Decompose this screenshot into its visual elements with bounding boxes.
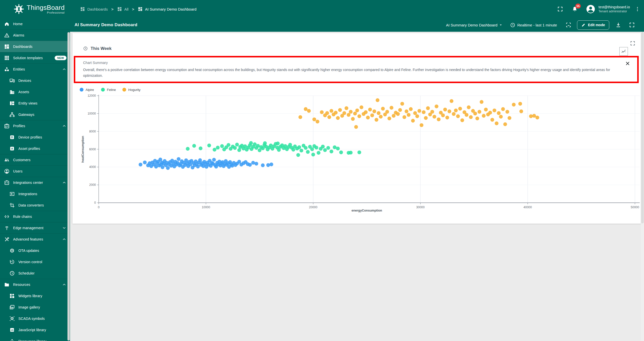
svg-text:8000: 8000 xyxy=(89,130,96,133)
breadcrumb-item[interactable]: AI Summary Demo Dashboard xyxy=(138,7,196,12)
sidebar-item-entity-views[interactable]: Entity views xyxy=(0,97,70,109)
legend-item-alpire[interactable]: Alpire xyxy=(80,88,94,92)
sidebar-item-devices[interactable]: Devices xyxy=(0,75,70,86)
entity-views-icon xyxy=(9,100,15,106)
notifications-button[interactable]: 55 xyxy=(570,4,580,14)
fullscreen-icon xyxy=(630,41,635,46)
notification-count-badge: 55 xyxy=(575,4,581,9)
sidebar-item-label: Resources library xyxy=(18,339,46,341)
legend-dot xyxy=(101,88,105,92)
chart-grid xyxy=(99,96,640,203)
widget-card: 0100002000030000400005000002000400060008… xyxy=(73,33,641,224)
caret-down-icon xyxy=(498,23,503,27)
sidebar-item-asset-profiles[interactable]: AAsset profiles xyxy=(0,143,70,154)
resources-icon xyxy=(4,282,10,287)
chevron-up-icon xyxy=(62,67,66,72)
sidebar-item-ota-updates[interactable]: OTA updates xyxy=(0,245,70,256)
sidebar-item-label: Rule chains xyxy=(13,215,32,219)
breadcrumb-item[interactable]: Dashboards xyxy=(80,7,108,12)
brand-logo[interactable]: ThingsBoard Professional xyxy=(0,0,70,18)
sidebar-item-scada-symbols[interactable]: SCADA symbols xyxy=(0,313,70,324)
sidebar-item-widgets-library[interactable]: Widgets library xyxy=(0,290,70,301)
dashboards-icon xyxy=(138,7,143,12)
sidebar-item-rule-chains[interactable]: Rule chains xyxy=(0,211,70,222)
svg-text:6000: 6000 xyxy=(89,148,96,151)
breadcrumb: Dashboards>All>AI Summary Demo Dashboard xyxy=(80,7,196,12)
sidebar-item-data-converters[interactable]: Data converters xyxy=(0,199,70,211)
chevron-down-icon xyxy=(62,226,66,230)
fullscreen-icon xyxy=(629,22,635,28)
sidebar-item-device-profiles[interactable]: DDevice profiles xyxy=(0,131,70,143)
ai-summary-button[interactable] xyxy=(619,47,628,56)
users-icon xyxy=(4,168,10,174)
user-text: test@thingsboard.io Tenant administrator xyxy=(598,5,630,13)
advanced-features-icon xyxy=(4,236,10,242)
page-scrollbar-thumb[interactable] xyxy=(641,32,644,223)
sidebar-item-alarms[interactable]: Alarms xyxy=(0,29,70,41)
sidebar-item-resources-library[interactable]: Resources library xyxy=(0,335,70,341)
brand-edition: Professional xyxy=(47,11,65,14)
breadcrumb-item[interactable]: All xyxy=(117,7,129,12)
sidebar-item-assets[interactable]: Assets xyxy=(0,86,70,97)
sidebar-item-customers[interactable]: Customers xyxy=(0,154,70,165)
sidebar-item-label: Scheduler xyxy=(18,271,34,275)
sidebar-item-dashboards[interactable]: Dashboards xyxy=(0,41,70,52)
chart-summary-panel: Chart Summary Overall, there's a positiv… xyxy=(74,56,639,83)
dashboard-select-value: AI Summary Demo Dashboard xyxy=(446,23,497,27)
sidebar-item-label: Users xyxy=(13,169,22,173)
page-title: AI Summary Demo Dashboard xyxy=(75,22,137,27)
sidebar-item-label: Widgets library xyxy=(18,294,42,298)
sidebar-item-label: Solution templates xyxy=(13,56,43,60)
legend-dot xyxy=(80,88,84,92)
sidebar-item-scheduler[interactable]: Scheduler xyxy=(0,267,70,279)
legend-item-hogurity[interactable]: Hogurity xyxy=(122,88,140,92)
summary-close-button[interactable] xyxy=(625,60,631,66)
scada-symbols-icon xyxy=(9,316,15,321)
legend-item-feline[interactable]: Feline xyxy=(101,88,116,92)
export-dashboard-button[interactable] xyxy=(613,20,623,30)
javascript-library-icon: JS xyxy=(9,327,15,333)
sidebar-item-integrations-center[interactable]: Integrations center xyxy=(0,177,70,188)
sidebar-item-version-control[interactable]: Version control xyxy=(0,256,70,267)
sidebar-item-integrations[interactable]: Integrations xyxy=(0,188,70,199)
dashboard-image-button[interactable] xyxy=(563,20,574,30)
alarms-icon xyxy=(4,32,10,38)
sidebar-scrollbar[interactable] xyxy=(67,32,70,340)
timewindow-label: Realtime - last 1 minute xyxy=(517,23,557,27)
sidebar-item-edge-management[interactable]: Edge management xyxy=(0,222,70,233)
sidebar-item-label: Entities xyxy=(13,67,25,71)
dashboard-select[interactable]: AI Summary Demo Dashboard xyxy=(446,23,503,27)
sidebar-item-entities[interactable]: Entities xyxy=(0,63,70,75)
widget-title-row: This Week xyxy=(83,46,112,51)
close-icon xyxy=(625,60,631,66)
timewindow-button[interactable]: Realtime - last 1 minute xyxy=(510,22,557,28)
edit-mode-button[interactable]: Edit mode xyxy=(577,20,609,30)
page-scrollbar[interactable] xyxy=(641,32,644,341)
toolbar-fullscreen-button[interactable] xyxy=(627,20,637,30)
sidebar-item-advanced-features[interactable]: Advanced features xyxy=(0,233,70,245)
sidebar-item-label: JavaScript library xyxy=(18,328,46,332)
sidebar-item-home[interactable]: Home xyxy=(0,18,70,29)
breadcrumb-label: AI Summary Demo Dashboard xyxy=(145,7,196,11)
sidebar-item-resources[interactable]: Resources xyxy=(0,279,70,290)
sidebar-item-users[interactable]: Users xyxy=(0,165,70,177)
home-icon xyxy=(4,21,10,27)
asset-profiles-icon: A xyxy=(9,146,15,151)
more-menu-button[interactable] xyxy=(632,4,642,14)
pencil-icon xyxy=(581,23,586,27)
sidebar-item-solution-templates[interactable]: Solution templatesNEW xyxy=(0,52,70,63)
avatar xyxy=(586,4,595,14)
sidebar-item-label: Advanced features xyxy=(13,237,43,241)
sidebar-item-profiles[interactable]: Profiles xyxy=(0,120,70,131)
sidebar-item-image-gallery[interactable]: Image gallery xyxy=(0,301,70,313)
legend-dot xyxy=(122,88,126,92)
sidebar-item-label: Home xyxy=(13,22,23,26)
profiles-icon xyxy=(4,123,10,129)
breadcrumb-label: Dashboards xyxy=(87,7,108,11)
fullscreen-button[interactable] xyxy=(555,4,565,14)
widget-fullscreen-button[interactable] xyxy=(630,41,635,46)
sidebar-item-gateways[interactable]: Gateways xyxy=(0,109,70,120)
data-converters-icon xyxy=(9,202,15,208)
user-menu[interactable]: test@thingsboard.io Tenant administrator xyxy=(586,4,630,14)
sidebar-item-javascript-library[interactable]: JSJavaScript library xyxy=(0,324,70,335)
